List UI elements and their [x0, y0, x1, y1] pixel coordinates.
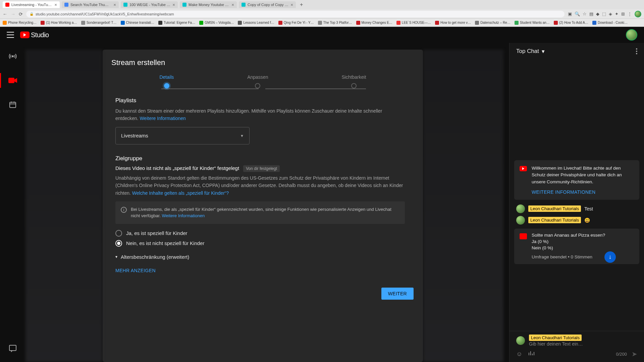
svg-rect-1: [8, 78, 14, 83]
bookmark-item[interactable]: GMSN – Vologda…: [199, 21, 234, 25]
studio-logo[interactable]: Studio: [20, 31, 49, 39]
scroll-down-button[interactable]: ↓: [604, 251, 616, 263]
browser-tab-active[interactable]: Livestreaming - YouTube S ✕: [3, 1, 60, 8]
bookmark-item[interactable]: Phone Recycling…: [3, 21, 37, 25]
bookmark-label: Sonderangebot! T…: [87, 21, 117, 24]
preview-backdrop: [25, 50, 103, 362]
step-label: Sichtbarkeit: [341, 74, 366, 80]
extension-icon[interactable]: ⬚: [602, 11, 606, 16]
audience-info-link[interactable]: Weitere Informationen: [162, 213, 205, 218]
extension-icon[interactable]: ✦: [615, 11, 619, 16]
bookmark-item[interactable]: Money Changes E…: [356, 21, 392, 25]
bookmark-favicon: [435, 21, 439, 25]
bookmark-item[interactable]: (1) How Working a…: [41, 21, 77, 25]
chat-body[interactable]: Willkommen im Livechat! Bitte achte auf …: [509, 60, 644, 331]
bookmark-label: The Top 3 Platfor…: [323, 21, 352, 24]
canva-favicon: [123, 3, 127, 7]
bookmark-item[interactable]: (2) How To Add A…: [554, 21, 588, 25]
stage: Stream erstellen Details Anpassen Sichtb…: [25, 43, 509, 362]
extension-icon[interactable]: ◆: [596, 11, 599, 16]
step-customize[interactable]: Anpassen: [247, 74, 268, 88]
bookmark-favicon: [318, 21, 322, 25]
playlists-desc: Du kannst den Stream einer oder mehreren…: [115, 107, 405, 122]
more-icon[interactable]: ⋮: [628, 11, 632, 16]
browser-tab[interactable]: Make Money Youtube Thumbn ✕: [180, 1, 237, 8]
chat-input[interactable]: Gib hier deinen Text ein…: [529, 341, 637, 347]
close-icon[interactable]: ✕: [54, 3, 57, 7]
dialog-body[interactable]: Playlists Du kannst den Stream einer ode…: [103, 91, 423, 282]
bookmark-item[interactable]: Student Wants an…: [515, 21, 550, 25]
bookmark-item[interactable]: Tutorial: Eigene Fa…: [158, 21, 195, 25]
poll-icon: [520, 233, 527, 239]
browser-tab[interactable]: 100 WEGE - YouTube Thumbn ✕: [121, 1, 178, 8]
tab-title: Livestreaming - YouTube S: [11, 3, 52, 7]
chat-mode-selector[interactable]: Top Chat ▾: [516, 48, 545, 55]
url-input[interactable]: 🔒 studio.youtube.com/channel/UC1a5FWVn0g…: [26, 11, 565, 17]
message-text: Test: [584, 206, 593, 212]
close-icon[interactable]: ✕: [290, 3, 293, 7]
close-icon[interactable]: ✕: [231, 3, 234, 7]
profile-avatar[interactable]: [635, 11, 641, 17]
step-details[interactable]: Details: [159, 74, 174, 88]
bookmark-item[interactable]: Download - Cooki…: [592, 21, 628, 25]
send-button[interactable]: ➤: [632, 350, 637, 358]
bookmark-favicon: [41, 21, 45, 25]
star-icon[interactable]: ☆: [583, 11, 587, 16]
browser-tab[interactable]: Search YouTube Thumbnail - C ✕: [62, 1, 119, 8]
bookmark-item[interactable]: Qing Fei De Yi - Y…: [278, 21, 314, 25]
back-button[interactable]: ←: [3, 11, 7, 17]
bookmark-item[interactable]: How to get more v…: [435, 21, 471, 25]
bookmark-item[interactable]: Datenschutz – Re…: [475, 21, 511, 25]
new-tab-button[interactable]: +: [300, 2, 303, 8]
step-visibility[interactable]: Sichtbarkeit: [341, 74, 366, 88]
chat-panel: Top Chat ▾ Willkommen im Livechat! Bitte…: [509, 43, 644, 362]
bookmark-label: GMSN – Vologda…: [205, 21, 234, 24]
bookmark-label: (2) How To Add A…: [559, 21, 588, 24]
playlists-more-link[interactable]: Weitere Informationen: [140, 116, 185, 121]
step-line: [265, 88, 366, 89]
account-avatar[interactable]: [626, 29, 637, 41]
poll-button[interactable]: [528, 351, 534, 358]
bookmark-item[interactable]: The Top 3 Platfor…: [318, 21, 352, 25]
bookmark-item[interactable]: Lessons Learned f…: [238, 21, 274, 25]
radio-kids-no[interactable]: Nein, es ist nicht speziell für Kinder: [115, 240, 405, 247]
extension-icon[interactable]: ⊞: [621, 11, 625, 16]
reload-button[interactable]: ⟳: [19, 11, 23, 17]
forward-button[interactable]: →: [11, 11, 15, 17]
chat-more-button[interactable]: [636, 48, 637, 54]
step-dot: [255, 83, 260, 88]
zoom-icon[interactable]: 🔍: [575, 11, 580, 16]
rail-broadcast-icon[interactable]: [5, 49, 20, 64]
cast-icon[interactable]: ▣: [568, 11, 572, 16]
rail-feedback-icon[interactable]: [5, 341, 20, 355]
extension-icon[interactable]: ◈: [609, 11, 612, 16]
audience-desc: Unabhängig von deinem Standort gelten di…: [115, 174, 405, 197]
radio-kids-yes[interactable]: Ja, es ist speziell für Kinder: [115, 230, 405, 237]
bookmark-favicon: [396, 21, 400, 25]
age-restriction-expander[interactable]: ▾ Altersbeschränkung (erweitert): [115, 254, 405, 260]
show-more-link[interactable]: MEHR ANZEIGEN: [115, 268, 156, 273]
avatar: [516, 336, 525, 345]
close-icon[interactable]: ✕: [172, 3, 175, 7]
emoji-button[interactable]: ☺: [516, 351, 522, 358]
audience-desc-link[interactable]: Welche Inhalte gelten als „speziell für …: [132, 190, 229, 196]
youtube-icon: [20, 32, 30, 38]
bookmark-item[interactable]: LEE´S HOUSE—…: [396, 21, 431, 25]
extension-icon[interactable]: ▤: [589, 11, 593, 16]
close-icon[interactable]: ✕: [113, 3, 116, 7]
welcome-link[interactable]: WEITERE INFORMATIONEN: [532, 189, 634, 196]
message-emoji: 😃: [584, 218, 590, 223]
bookmark-favicon: [81, 21, 85, 25]
poll-question: Sollte man Ananas auf Pizza essen?: [532, 233, 634, 238]
menu-button[interactable]: [7, 32, 14, 38]
browser-tab[interactable]: Copy of Copy of Copy of Copy ✕: [239, 1, 296, 8]
radio-label: Ja, es ist speziell für Kinder: [126, 230, 187, 236]
rail-webcam-icon[interactable]: [5, 73, 20, 88]
next-button[interactable]: WEITER: [381, 288, 414, 300]
playlists-heading: Playlists: [115, 97, 405, 104]
rail-schedule-icon[interactable]: [5, 97, 20, 112]
audience-info-box: i Bei Livestreams, die als „speziell für…: [115, 201, 405, 224]
playlist-select[interactable]: Livestreams ▼: [115, 127, 250, 144]
bookmark-item[interactable]: Sonderangebot! T…: [81, 21, 117, 25]
bookmark-item[interactable]: Chinese translati…: [121, 21, 154, 25]
